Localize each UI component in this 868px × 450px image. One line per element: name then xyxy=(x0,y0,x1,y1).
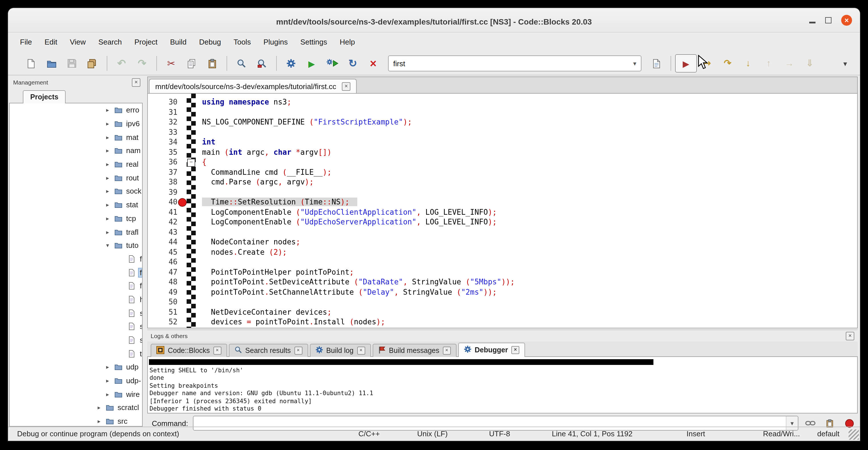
clipboard-icon[interactable] xyxy=(823,419,837,427)
chevron-right-icon[interactable]: ▸ xyxy=(106,378,113,384)
logs-tab-close-icon[interactable]: × xyxy=(443,347,451,355)
stop-debugger-icon[interactable] xyxy=(842,419,857,427)
close-icon[interactable]: × xyxy=(841,14,852,25)
save-all-icon[interactable] xyxy=(82,55,103,72)
paste-icon[interactable] xyxy=(202,55,223,72)
logs-tab-debugger[interactable]: Debugger× xyxy=(458,342,525,357)
chevron-right-icon[interactable]: ▸ xyxy=(106,175,113,181)
menu-edit[interactable]: Edit xyxy=(38,33,64,52)
tree-item-udp[interactable]: ▸udp xyxy=(10,360,142,374)
tree-item-tcp[interactable]: ▸tcp xyxy=(10,212,142,225)
debug-continue-icon[interactable]: ▶ xyxy=(675,54,697,72)
tree-item-real[interactable]: ▸real xyxy=(10,158,142,171)
menu-debug[interactable]: Debug xyxy=(193,33,227,52)
toolbar-overflow-icon[interactable]: ▾ xyxy=(835,55,856,72)
minimize-icon[interactable] xyxy=(809,22,815,23)
chevron-right-icon[interactable]: ▸ xyxy=(106,188,113,194)
tab-projects[interactable]: Projects xyxy=(23,90,66,103)
management-close-icon[interactable]: × xyxy=(132,78,141,87)
tree-item-mat[interactable]: ▸mat xyxy=(10,130,142,144)
tree-item-wire[interactable]: ▸wire xyxy=(10,387,142,401)
menu-project[interactable]: Project xyxy=(128,33,164,52)
undo-icon[interactable]: ↶ xyxy=(111,55,132,72)
code-editor[interactable]: 30using namespace ns3;3132NS_LOG_COMPONE… xyxy=(147,93,858,328)
new-file-icon[interactable] xyxy=(21,55,41,72)
tree-item-udp-[interactable]: ▸udp- xyxy=(10,374,142,387)
link-icon[interactable] xyxy=(803,420,818,427)
tree-item-ipv6[interactable]: ▸ipv6 xyxy=(10,117,142,130)
logs-tab-build-log[interactable]: Build log× xyxy=(310,344,371,357)
resize-grip[interactable] xyxy=(848,429,859,440)
tree-item-fir[interactable]: fir xyxy=(10,266,142,279)
menu-help[interactable]: Help xyxy=(333,33,361,52)
build-and-run-icon[interactable] xyxy=(322,55,342,72)
rebuild-icon[interactable]: ↻ xyxy=(342,55,363,72)
menu-plugins[interactable]: Plugins xyxy=(257,33,294,52)
panel-splitter[interactable] xyxy=(143,77,147,427)
tree-item-stat[interactable]: ▸stat xyxy=(10,198,142,212)
chevron-right-icon[interactable]: ▸ xyxy=(106,107,113,113)
logs-tab-code-blocks[interactable]: Code::Blocks× xyxy=(151,344,227,357)
chevron-right-icon[interactable]: ▸ xyxy=(106,391,113,397)
chevron-right-icon[interactable]: ▸ xyxy=(106,148,113,154)
next-line-icon[interactable]: ↷ xyxy=(717,55,738,72)
tree-item-fo[interactable]: fo xyxy=(10,279,142,293)
maximize-icon[interactable] xyxy=(825,17,832,23)
abort-icon[interactable]: × xyxy=(363,55,383,72)
menu-settings[interactable]: Settings xyxy=(294,33,333,52)
fold-marker-icon[interactable]: − xyxy=(187,158,195,167)
logs-tab-close-icon[interactable]: × xyxy=(511,346,519,354)
menu-search[interactable]: Search xyxy=(92,33,128,52)
chevron-right-icon[interactable]: ▸ xyxy=(106,202,113,208)
editor-tab-close-icon[interactable]: × xyxy=(342,82,350,91)
logs-tab-close-icon[interactable]: × xyxy=(294,347,302,355)
run-to-cursor-icon[interactable]: ↦ xyxy=(697,55,717,72)
save-icon[interactable] xyxy=(62,55,82,72)
breakpoint-icon[interactable] xyxy=(178,198,187,207)
redo-icon[interactable]: ↷ xyxy=(132,55,152,72)
chevron-right-icon[interactable]: ▸ xyxy=(106,134,113,140)
chevron-right-icon[interactable]: ▸ xyxy=(106,364,113,370)
chevron-right-icon[interactable]: ▸ xyxy=(106,120,113,127)
tree-item-th[interactable]: th xyxy=(10,347,142,360)
titlebar[interactable]: mnt/dev/tools/source/ns-3-dev/examples/t… xyxy=(8,8,860,33)
tree-item-tuto[interactable]: ▾tuto xyxy=(10,239,142,252)
cut-icon[interactable]: ✂ xyxy=(161,55,182,72)
selected-log-row[interactable] xyxy=(149,359,653,365)
tree-item-he[interactable]: he xyxy=(10,293,142,306)
step-into-instruction-icon[interactable]: ⇓ xyxy=(800,55,820,72)
debugger-log[interactable]: Setting SHELL to '/bin/sh'doneSetting br… xyxy=(147,357,858,414)
menu-build[interactable]: Build xyxy=(164,33,193,52)
chevron-right-icon[interactable]: ▸ xyxy=(98,404,104,411)
logs-tab-build-messages[interactable]: Build messages× xyxy=(372,344,457,357)
copy-icon[interactable] xyxy=(182,55,202,72)
tree-item-se[interactable]: se xyxy=(10,320,142,333)
logs-close-icon[interactable]: × xyxy=(846,331,854,340)
tree-item-six[interactable]: six xyxy=(10,333,142,347)
build-target-file-icon[interactable] xyxy=(646,55,666,72)
tree-item-se[interactable]: se xyxy=(10,306,142,320)
tree-item-trafl[interactable]: ▸trafl xyxy=(10,225,142,238)
chevron-right-icon[interactable]: ▸ xyxy=(106,229,113,235)
combo-chevron-down-icon[interactable]: ▾ xyxy=(633,60,636,67)
tree-item-erro[interactable]: ▸erro xyxy=(10,103,142,117)
menu-view[interactable]: View xyxy=(64,33,92,52)
tree-item-fif[interactable]: fif xyxy=(10,252,142,266)
build-icon[interactable] xyxy=(281,55,301,72)
tree-item-nam[interactable]: ▸nam xyxy=(10,144,142,157)
menu-file[interactable]: File xyxy=(14,33,38,52)
next-instruction-icon[interactable]: → xyxy=(779,55,800,72)
logs-tab-search-results[interactable]: Search results× xyxy=(228,344,308,357)
tree-item-sock[interactable]: ▸sock xyxy=(10,184,142,198)
build-target-combo[interactable]: first▾ xyxy=(388,55,642,71)
chevron-right-icon[interactable]: ▸ xyxy=(98,418,104,424)
editor-tab-first-cc[interactable]: mnt/dev/tools/source/ns-3-dev/examples/t… xyxy=(149,79,357,93)
chevron-right-icon[interactable]: ▸ xyxy=(106,161,113,167)
tree-item-rout[interactable]: ▸rout xyxy=(10,171,142,184)
tree-item-src[interactable]: ▸src xyxy=(10,415,142,427)
chevron-down-icon[interactable]: ▾ xyxy=(106,242,113,248)
chevron-right-icon[interactable]: ▸ xyxy=(106,215,113,221)
menu-tools[interactable]: Tools xyxy=(227,33,257,52)
tree-item-scratcl[interactable]: ▸scratcl xyxy=(10,401,142,414)
step-out-icon[interactable]: ↑ xyxy=(758,55,779,72)
